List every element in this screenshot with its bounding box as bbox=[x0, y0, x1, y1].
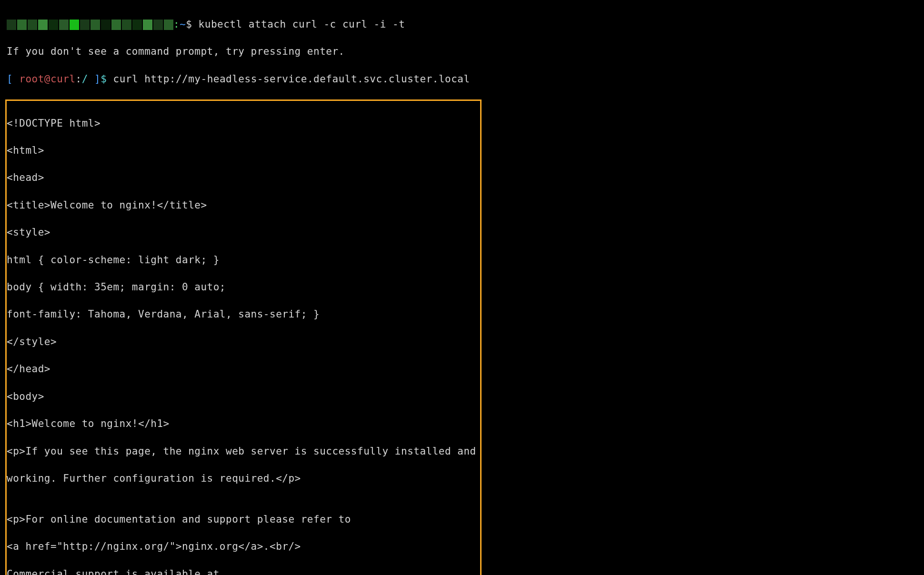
svg-rect-0 bbox=[7, 20, 16, 30]
nginx-line: <!DOCTYPE html> bbox=[7, 117, 476, 130]
nginx-line: working. Further configuration is requir… bbox=[7, 472, 476, 486]
nginx-line: </head> bbox=[7, 362, 476, 376]
command-curl: curl http://my-headless-service.default.… bbox=[113, 73, 470, 85]
prompt-cwd: ~ bbox=[180, 19, 186, 30]
svg-rect-2 bbox=[28, 20, 37, 30]
svg-rect-13 bbox=[143, 20, 152, 30]
svg-rect-15 bbox=[164, 20, 173, 30]
terminal[interactable]: :~$ kubectl attach curl -c curl -i -t If… bbox=[0, 0, 924, 575]
prompt-lbracket: [ bbox=[7, 73, 19, 85]
command-kubectl-attach: kubectl attach curl -c curl -i -t bbox=[199, 19, 405, 30]
svg-rect-4 bbox=[49, 20, 58, 30]
prompt-path: / bbox=[82, 73, 94, 85]
nginx-line: <h1>Welcome to nginx!</h1> bbox=[7, 417, 476, 431]
container-prompt-1: [ root@curl:/ ]$ curl http://my-headless… bbox=[7, 72, 917, 86]
nginx-line: <p>For online documentation and support … bbox=[7, 513, 476, 526]
nginx-line: </style> bbox=[7, 335, 476, 349]
prompt-rbracket: ] bbox=[94, 73, 100, 85]
svg-rect-5 bbox=[59, 20, 69, 30]
hostname-redacted bbox=[7, 20, 173, 30]
nginx-line: body { width: 35em; margin: 0 auto; bbox=[7, 280, 476, 294]
svg-rect-10 bbox=[111, 20, 121, 30]
svg-rect-11 bbox=[122, 20, 131, 30]
nginx-output-box: <!DOCTYPE html> <html> <head> <title>Wel… bbox=[5, 99, 482, 575]
terminal-line-1: :~$ kubectl attach curl -c curl -i -t bbox=[7, 18, 917, 31]
svg-rect-8 bbox=[90, 20, 100, 30]
nginx-line: <html> bbox=[7, 144, 476, 158]
svg-rect-7 bbox=[80, 20, 90, 30]
nginx-line: html { color-scheme: light dark; } bbox=[7, 253, 476, 267]
nginx-line: <a href="http://nginx.org/">nginx.org</a… bbox=[7, 540, 476, 554]
nginx-line: <title>Welcome to nginx!</title> bbox=[7, 198, 476, 212]
nginx-line: font-family: Tahoma, Verdana, Arial, san… bbox=[7, 307, 476, 321]
svg-rect-1 bbox=[17, 20, 27, 30]
svg-rect-9 bbox=[101, 20, 110, 30]
svg-rect-6 bbox=[70, 20, 79, 30]
svg-rect-14 bbox=[153, 20, 163, 30]
nginx-line: <style> bbox=[7, 226, 476, 239]
prompt-sep: $ bbox=[186, 19, 198, 30]
prompt-user: root@curl bbox=[19, 73, 75, 85]
nginx-line: <p>If you see this page, the nginx web s… bbox=[7, 445, 476, 458]
svg-rect-3 bbox=[38, 20, 48, 30]
prompt-colon: : bbox=[76, 73, 82, 85]
nginx-line: <head> bbox=[7, 171, 476, 185]
prompt-dollar: $ bbox=[100, 73, 113, 85]
nginx-line: Commercial support is available at bbox=[7, 567, 476, 575]
output-hint: If you don't see a command prompt, try p… bbox=[7, 45, 917, 59]
svg-rect-12 bbox=[132, 20, 142, 30]
nginx-line: <body> bbox=[7, 390, 476, 404]
prompt-host-suffix: : bbox=[173, 19, 180, 30]
